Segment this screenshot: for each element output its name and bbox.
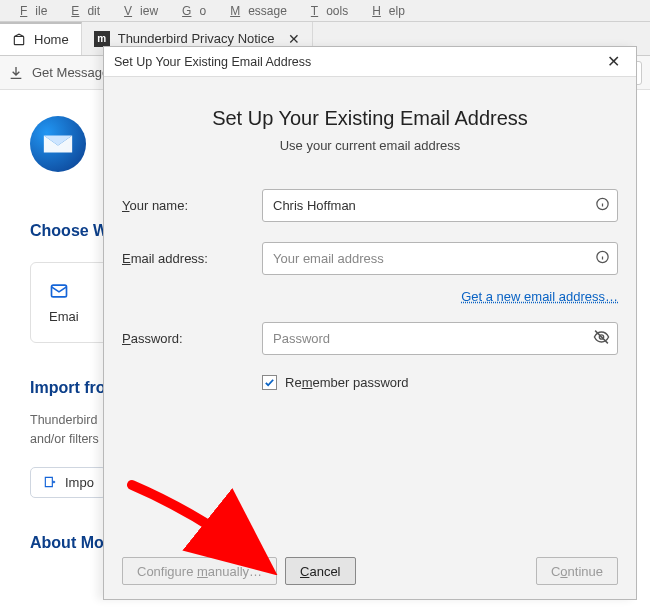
menu-go[interactable]: Go <box>166 2 214 20</box>
dialog-title-bar: Set Up Your Existing Email Address ✕ <box>104 47 636 77</box>
import-icon <box>43 475 57 489</box>
menu-view[interactable]: View <box>108 2 166 20</box>
dialog-subtitle: Use your current email address <box>122 138 618 153</box>
close-icon[interactable]: ✕ <box>601 50 626 73</box>
thunderbird-logo <box>30 116 86 172</box>
svg-rect-0 <box>14 36 23 44</box>
mail-icon <box>49 281 69 301</box>
tab-home[interactable]: Home <box>0 22 82 55</box>
menu-bar: File Edit View Go Message Tools Help <box>0 0 650 22</box>
continue-button[interactable]: Continue <box>536 557 618 585</box>
setup-dialog: Set Up Your Existing Email Address ✕ Set… <box>103 46 637 600</box>
menu-edit[interactable]: Edit <box>55 2 108 20</box>
import-button[interactable]: Impo <box>30 467 107 498</box>
tab-privacy-label: Thunderbird Privacy Notice <box>118 31 275 46</box>
menu-tools[interactable]: Tools <box>295 2 356 20</box>
eye-off-icon[interactable] <box>593 328 610 349</box>
close-icon[interactable]: ✕ <box>288 31 300 47</box>
info-icon[interactable] <box>595 249 610 268</box>
configure-manually-button[interactable]: Configure manually… <box>122 557 277 585</box>
menu-message[interactable]: Message <box>214 2 295 20</box>
dialog-heading: Set Up Your Existing Email Address <box>122 107 618 130</box>
email-field[interactable] <box>262 242 618 275</box>
email-label: Email address: <box>122 251 262 266</box>
import-button-label: Impo <box>65 475 94 490</box>
name-label: Your name: <box>122 198 262 213</box>
menu-file[interactable]: File <box>4 2 55 20</box>
download-icon[interactable] <box>8 65 24 81</box>
mozilla-icon: m <box>94 31 110 47</box>
email-card-label: Emai <box>49 309 79 324</box>
home-icon <box>12 33 26 47</box>
password-label: Password: <box>122 331 262 346</box>
tab-home-label: Home <box>34 32 69 47</box>
cancel-button[interactable]: Cancel <box>285 557 355 585</box>
dialog-title-text: Set Up Your Existing Email Address <box>114 55 311 69</box>
get-new-email-link[interactable]: Get a new email address… <box>461 289 618 304</box>
menu-help[interactable]: Help <box>356 2 413 20</box>
info-icon[interactable] <box>595 196 610 215</box>
dialog-footer: Configure manually… Cancel Continue <box>122 547 618 585</box>
password-field[interactable] <box>262 322 618 355</box>
remember-checkbox[interactable] <box>262 375 277 390</box>
name-field[interactable] <box>262 189 618 222</box>
remember-label: Remember password <box>285 375 409 390</box>
